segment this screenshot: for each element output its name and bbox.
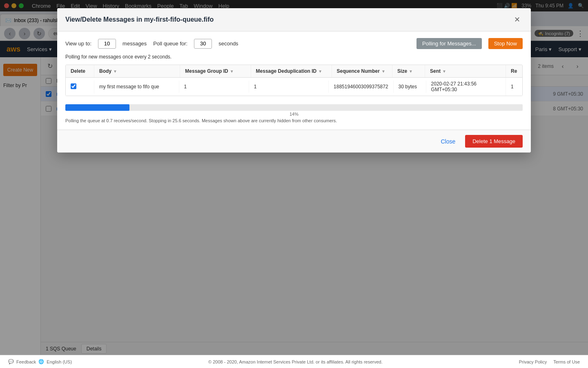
- msg-re-cell: 1: [506, 81, 522, 93]
- delete-message-button[interactable]: Delete 1 Message: [465, 135, 523, 148]
- modal-body: View up to: messages Poll queue for: sec…: [57, 31, 531, 130]
- modal-close-btn[interactable]: Close: [436, 136, 460, 147]
- polling-status-text: Polling for new messages once every 2 se…: [65, 54, 523, 60]
- msg-delete-cell: [66, 80, 94, 94]
- col-header-size[interactable]: Size ▼: [392, 65, 425, 77]
- msg-body-cell: my first message to fifo que: [94, 81, 179, 93]
- message-table: Delete Body ▼ Message Group ID ▼ Message…: [65, 65, 523, 96]
- terms-link[interactable]: Terms of Use: [553, 359, 580, 364]
- col-header-re[interactable]: Re: [506, 65, 522, 77]
- col-header-sent[interactable]: Sent ▼: [425, 65, 506, 77]
- col-header-dedup[interactable]: Message Deduplication ID ▼: [251, 65, 332, 77]
- messages-label: messages: [122, 40, 147, 47]
- seconds-label: seconds: [218, 40, 238, 47]
- msg-group-id-cell: 1: [179, 81, 249, 93]
- modal-title: View/Delete Messages in my-first-fifo-qu…: [65, 16, 214, 23]
- view-up-to-input[interactable]: [98, 39, 116, 49]
- footer-left: 💬 Feedback 🌐 English (US): [8, 359, 72, 364]
- page-footer: 💬 Feedback 🌐 English (US) © 2008 - 2020,…: [0, 355, 588, 368]
- msg-size-cell: 30 bytes: [394, 81, 426, 93]
- msg-sent-cell: 2020-02-27 21:43:56 GMT+05:30: [426, 78, 506, 96]
- view-delete-messages-modal: View/Delete Messages in my-first-fifo-qu…: [57, 8, 531, 153]
- privacy-link[interactable]: Privacy Policy: [519, 359, 547, 364]
- progress-area: 14% Polling the queue at 0.7 receives/se…: [65, 104, 523, 123]
- sort-icon: ▼: [381, 69, 385, 74]
- sort-icon: ▼: [230, 69, 234, 74]
- progress-description: Polling the queue at 0.7 receives/second…: [65, 118, 523, 123]
- feedback-icon: 💬: [8, 359, 14, 364]
- modal-close-button[interactable]: ✕: [511, 14, 523, 25]
- progress-label: 14%: [65, 112, 523, 117]
- col-header-msg-group[interactable]: Message Group ID ▼: [180, 65, 251, 77]
- message-table-header: Delete Body ▼ Message Group ID ▼ Message…: [66, 65, 522, 78]
- footer-right: Privacy Policy Terms of Use: [519, 359, 580, 364]
- msg-dedup-id-cell: 1: [249, 81, 329, 93]
- progress-bar-fill: [65, 104, 129, 111]
- language-selector[interactable]: English (US): [47, 359, 72, 364]
- stop-now-button[interactable]: Stop Now: [488, 38, 523, 49]
- poll-queue-input[interactable]: [194, 39, 212, 49]
- view-up-to-label: View up to:: [65, 40, 91, 47]
- message-row[interactable]: my first message to fifo que 1 1 1885194…: [66, 78, 522, 96]
- sort-icon: ▼: [442, 69, 446, 74]
- modal-footer: Close Delete 1 Message: [57, 130, 531, 153]
- sort-icon: ▼: [113, 69, 117, 74]
- modal-overlay: View/Delete Messages in my-first-fifo-qu…: [0, 0, 588, 355]
- msg-delete-checkbox[interactable]: [71, 83, 76, 89]
- col-header-delete: Delete: [66, 65, 94, 77]
- poll-queue-label: Poll queue for:: [153, 40, 187, 47]
- language-icon: 🌐: [38, 359, 44, 364]
- msg-seq-num-cell: 18851946003099375872: [329, 81, 393, 93]
- modal-header: View/Delete Messages in my-first-fifo-qu…: [57, 8, 531, 31]
- sort-icon: ▼: [409, 69, 413, 74]
- feedback-link[interactable]: Feedback: [16, 359, 36, 364]
- poll-controls: View up to: messages Poll queue for: sec…: [65, 38, 523, 49]
- col-header-seq[interactable]: Sequence Number ▼: [332, 65, 393, 77]
- copyright-text: © 2008 - 2020, Amazon Internet Services …: [208, 359, 383, 364]
- col-header-body[interactable]: Body ▼: [94, 65, 180, 77]
- sort-icon: ▼: [318, 69, 322, 74]
- progress-bar: [65, 104, 523, 111]
- polling-for-messages-button[interactable]: Polling for Messages...: [416, 38, 482, 49]
